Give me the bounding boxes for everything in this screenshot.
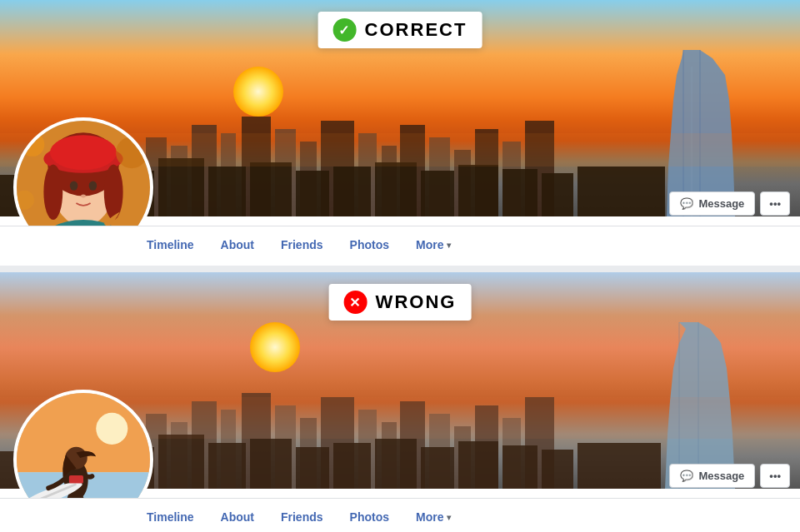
svg-rect-83 xyxy=(421,447,454,489)
wrong-more-chevron-icon: ▾ xyxy=(447,513,451,522)
about-label: About xyxy=(221,238,254,251)
correct-nav-friends[interactable]: Friends xyxy=(268,226,337,266)
correct-nav-timeline[interactable]: Timeline xyxy=(133,226,208,266)
wrong-messenger-icon: 💬 xyxy=(680,470,693,482)
svg-point-44 xyxy=(89,181,98,190)
svg-rect-84 xyxy=(458,441,498,489)
svg-rect-36 xyxy=(578,167,665,216)
svg-rect-85 xyxy=(502,445,538,489)
svg-rect-97 xyxy=(69,475,83,484)
svg-point-92 xyxy=(96,413,128,445)
more-label: More xyxy=(416,238,443,251)
svg-point-43 xyxy=(70,181,78,190)
more-dots-icon: ••• xyxy=(769,197,781,210)
svg-rect-78 xyxy=(208,443,246,489)
correct-action-buttons: 💬 Message ••• xyxy=(669,191,790,216)
svg-rect-77 xyxy=(158,435,204,489)
correct-nav-about[interactable]: About xyxy=(208,226,268,266)
wrong-photos-label: Photos xyxy=(350,510,389,524)
svg-rect-33 xyxy=(458,165,498,216)
svg-point-42 xyxy=(50,135,117,170)
correct-message-button[interactable]: 💬 Message xyxy=(669,191,755,216)
messenger-icon: 💬 xyxy=(680,197,693,210)
wrong-nav-photos[interactable]: Photos xyxy=(337,499,402,532)
wrong-about-label: About xyxy=(221,510,254,524)
wrong-message-label: Message xyxy=(698,470,744,482)
svg-rect-80 xyxy=(296,447,329,489)
svg-rect-26 xyxy=(158,158,204,216)
wrong-friends-label: Friends xyxy=(281,510,323,524)
correct-label-text: CORRECT xyxy=(365,19,468,41)
correct-profile-nav: Timeline About Friends Photos More ▾ xyxy=(0,226,800,266)
friends-label: Friends xyxy=(281,238,323,251)
wrong-nav-timeline[interactable]: Timeline xyxy=(133,499,208,532)
wrong-nav-friends[interactable]: Friends xyxy=(268,499,337,532)
svg-rect-82 xyxy=(375,439,417,489)
message-label: Message xyxy=(698,197,744,210)
wrong-message-button[interactable]: 💬 Message xyxy=(669,464,755,488)
svg-rect-27 xyxy=(208,167,246,216)
wrong-profile-card: ✕ WRONG xyxy=(0,272,800,532)
svg-point-45 xyxy=(81,195,86,198)
svg-rect-29 xyxy=(296,171,329,216)
correct-more-button[interactable]: ••• xyxy=(760,191,790,216)
svg-rect-79 xyxy=(250,439,292,489)
correct-icon: ✓ xyxy=(333,18,357,42)
section-divider xyxy=(0,266,800,272)
correct-nav-more[interactable]: More ▾ xyxy=(402,226,464,266)
svg-rect-28 xyxy=(250,162,292,216)
correct-label-badge: ✓ CORRECT xyxy=(318,12,482,48)
wrong-icon: ✕ xyxy=(344,291,368,314)
correct-profile-card: ✓ CORRECT xyxy=(0,0,800,266)
svg-rect-31 xyxy=(375,162,417,216)
more-chevron-icon: ▾ xyxy=(447,241,451,250)
wrong-timeline-label: Timeline xyxy=(147,510,194,524)
wrong-label-badge: ✕ WRONG xyxy=(329,284,472,321)
svg-point-47 xyxy=(104,164,123,220)
timeline-label: Timeline xyxy=(147,238,194,251)
svg-rect-32 xyxy=(421,171,454,216)
wrong-more-label: More xyxy=(416,510,443,524)
wrong-action-buttons: 💬 Message ••• xyxy=(669,464,790,488)
svg-rect-34 xyxy=(502,169,538,216)
wrong-more-button[interactable]: ••• xyxy=(760,464,790,488)
svg-point-46 xyxy=(43,164,62,220)
wrong-nav-about[interactable]: About xyxy=(208,499,268,532)
wrong-profile-nav: Timeline About Friends Photos More ▾ xyxy=(0,498,800,532)
svg-rect-87 xyxy=(578,443,661,489)
svg-rect-86 xyxy=(542,450,573,489)
correct-nav-photos[interactable]: Photos xyxy=(337,226,402,266)
photos-label: Photos xyxy=(350,238,389,251)
svg-rect-81 xyxy=(333,443,371,489)
svg-rect-30 xyxy=(333,167,371,216)
wrong-nav-more[interactable]: More ▾ xyxy=(402,499,464,532)
wrong-label-text: WRONG xyxy=(376,291,457,313)
svg-rect-35 xyxy=(542,173,573,216)
wrong-more-dots-icon: ••• xyxy=(769,470,781,482)
